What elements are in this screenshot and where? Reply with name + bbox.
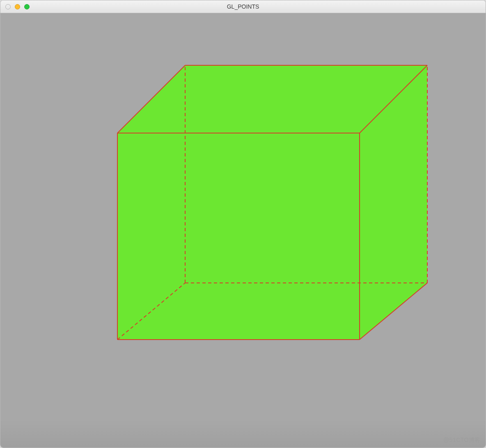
cube-render — [0, 13, 486, 448]
titlebar[interactable]: GL_POINTS — [0, 0, 486, 13]
app-window: GL_POINTS @51CTO博客 — [0, 0, 486, 448]
window-title: GL_POINTS — [0, 3, 486, 10]
cube-fill — [117, 65, 427, 340]
zoom-icon[interactable] — [24, 4, 30, 9]
close-icon[interactable] — [5, 4, 11, 9]
opengl-viewport: @51CTO博客 — [0, 13, 486, 448]
minimize-icon[interactable] — [15, 4, 20, 9]
traffic-lights — [5, 4, 30, 9]
